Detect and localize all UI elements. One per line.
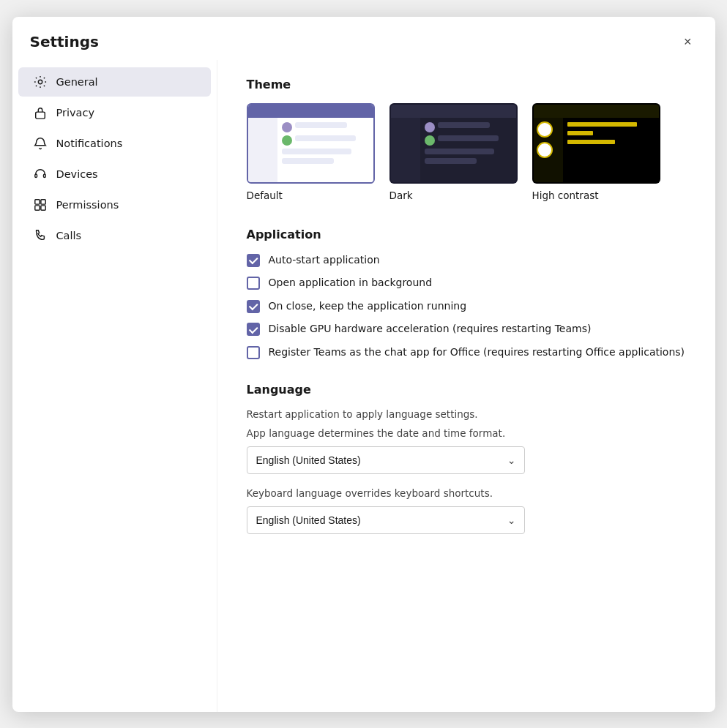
- checkbox-row-open-bg: Open application in background: [247, 276, 686, 290]
- sidebar-label-general: General: [56, 76, 98, 88]
- label-keep-running: On close, keep the application running: [269, 299, 467, 314]
- sidebar-item-calls[interactable]: Calls: [18, 221, 211, 250]
- checkbox-row-keep-running: On close, keep the application running: [247, 299, 686, 314]
- application-section-title: Application: [247, 228, 686, 241]
- theme-label-default: Default: [247, 189, 283, 201]
- checkbox-row-register-chat: Register Teams as the chat app for Offic…: [247, 345, 686, 360]
- label-disable-gpu: Disable GPU hardware acceleration (requi…: [269, 322, 592, 337]
- sidebar-label-devices: Devices: [56, 168, 98, 180]
- sidebar-item-devices[interactable]: Devices: [18, 160, 211, 189]
- svg-rect-7: [40, 205, 45, 209]
- dialog-body: General Privacy Notifi: [12, 60, 715, 712]
- dialog-title: Settings: [30, 33, 99, 50]
- label-register-chat: Register Teams as the chat app for Offic…: [269, 345, 685, 360]
- sidebar-item-general[interactable]: General: [18, 67, 211, 97]
- keyboard-language-select-container: English (United States) ⌄: [247, 506, 525, 534]
- bell-icon: [33, 136, 48, 151]
- keyboard-language-desc: Keyboard language overrides keyboard sho…: [247, 487, 686, 499]
- headset-icon: [33, 167, 48, 181]
- language-section-title: Language: [247, 383, 686, 397]
- theme-label-dark: Dark: [389, 189, 413, 201]
- checkbox-row-auto-start: Auto-start application: [247, 253, 686, 268]
- label-open-bg: Open application in background: [269, 276, 433, 290]
- sidebar-item-permissions[interactable]: Permissions: [18, 190, 211, 219]
- keyboard-language-select[interactable]: English (United States): [247, 506, 525, 534]
- app-language-wrap: App language determines the date and tim…: [247, 427, 686, 474]
- checkbox-auto-start[interactable]: [247, 254, 260, 267]
- sidebar-label-notifications: Notifications: [56, 138, 123, 149]
- svg-point-0: [38, 80, 42, 83]
- theme-card-dark[interactable]: Dark: [389, 103, 518, 201]
- checkbox-register-chat[interactable]: [247, 346, 260, 359]
- theme-card-default[interactable]: Default: [247, 103, 375, 201]
- theme-preview-dark: [389, 103, 518, 184]
- theme-section-title: Theme: [247, 78, 686, 91]
- svg-rect-5: [40, 199, 45, 203]
- svg-rect-1: [35, 112, 45, 119]
- dialog-header: Settings ×: [12, 17, 715, 60]
- theme-card-high-contrast[interactable]: High contrast: [532, 103, 660, 201]
- close-button[interactable]: ×: [678, 31, 698, 53]
- svg-rect-6: [34, 205, 39, 209]
- svg-rect-4: [34, 199, 39, 203]
- theme-label-hc: High contrast: [532, 189, 599, 201]
- label-auto-start: Auto-start application: [269, 253, 380, 268]
- svg-rect-3: [43, 174, 45, 178]
- sidebar-label-permissions: Permissions: [56, 199, 119, 211]
- lock-icon: [33, 105, 48, 120]
- app-language-desc: App language determines the date and tim…: [247, 427, 686, 439]
- svg-rect-2: [34, 174, 37, 178]
- theme-options-row: Default: [247, 103, 686, 201]
- theme-preview-default: [247, 103, 375, 184]
- phone-icon: [33, 228, 48, 243]
- application-section: Application Auto-start application Open …: [247, 228, 686, 360]
- app-language-select[interactable]: English (United States): [247, 446, 525, 474]
- language-restart-desc: Restart application to apply language se…: [247, 408, 686, 420]
- main-content: Theme: [217, 60, 715, 712]
- sidebar-item-privacy[interactable]: Privacy: [18, 98, 211, 127]
- keyboard-language-wrap: Keyboard language overrides keyboard sho…: [247, 487, 686, 534]
- settings-dialog: Settings × General: [12, 17, 715, 712]
- sidebar-label-calls: Calls: [56, 230, 82, 241]
- checkbox-row-disable-gpu: Disable GPU hardware acceleration (requi…: [247, 322, 686, 337]
- gear-icon: [33, 75, 48, 89]
- sidebar: General Privacy Notifi: [12, 60, 217, 712]
- app-language-select-container: English (United States) ⌄: [247, 446, 525, 474]
- theme-preview-hc: [532, 103, 660, 184]
- sidebar-item-notifications[interactable]: Notifications: [18, 129, 211, 158]
- sidebar-label-privacy: Privacy: [56, 107, 95, 119]
- checkbox-disable-gpu[interactable]: [247, 323, 260, 336]
- grid-icon: [33, 198, 48, 212]
- checkbox-open-bg[interactable]: [247, 277, 260, 290]
- checkbox-keep-running[interactable]: [247, 300, 260, 313]
- theme-section: Theme: [247, 78, 686, 201]
- language-section: Language Restart application to apply la…: [247, 383, 686, 534]
